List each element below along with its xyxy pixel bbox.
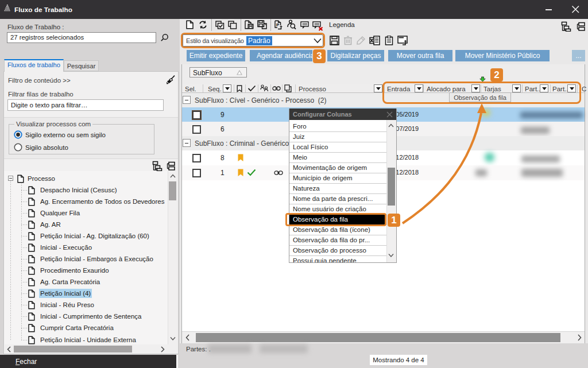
svg-text:P: P	[276, 22, 280, 28]
